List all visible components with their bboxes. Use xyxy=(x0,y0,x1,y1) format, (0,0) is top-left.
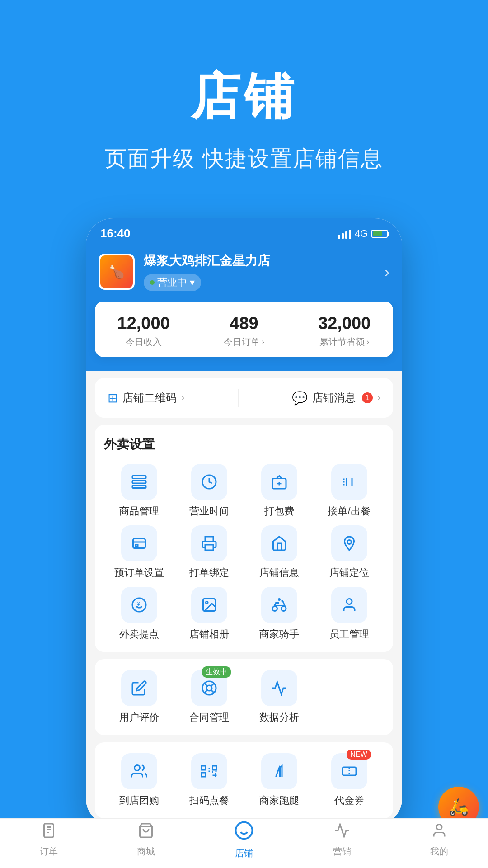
svg-rect-1 xyxy=(132,481,146,483)
svg-point-22 xyxy=(281,606,286,611)
grid-item-groupbuy[interactable]: 到店团购 xyxy=(104,753,174,807)
store-tab-icon xyxy=(234,821,254,826)
message-label: 店铺消息 xyxy=(312,391,356,405)
svg-rect-2 xyxy=(132,486,146,488)
svg-rect-12 xyxy=(133,539,145,548)
svg-point-21 xyxy=(272,606,277,611)
message-link[interactable]: 💬 店铺消息 1 › xyxy=(292,391,380,406)
grid-item-coupon[interactable]: NEW 代金券 xyxy=(314,753,384,807)
tab-store[interactable]: 店铺 xyxy=(234,821,254,826)
shop-tab-icon xyxy=(138,822,154,826)
stats-card: 12,000 今日收入 489 今日订单 › 32,000 xyxy=(95,302,393,357)
takeaway-grid: 商品管理 营业时间 xyxy=(104,464,384,641)
order-accept-icon xyxy=(331,464,367,500)
grid-item-review[interactable]: 用户评价 xyxy=(104,670,174,724)
svg-point-20 xyxy=(206,602,208,604)
grid-item-hours[interactable]: 营业时间 xyxy=(174,464,244,518)
grid-item-order[interactable]: 接单/出餐 xyxy=(314,464,384,518)
store-chevron-icon[interactable]: › xyxy=(385,264,389,280)
message-icon: 💬 xyxy=(292,391,308,406)
store-name: 爆浆大鸡排汇金星力店 xyxy=(144,252,375,269)
coupon-label: 代金券 xyxy=(334,794,364,807)
grid-item-album[interactable]: 店铺相册 xyxy=(174,587,244,641)
preorder-icon xyxy=(121,525,157,561)
grid-item-analytics[interactable]: 数据分析 xyxy=(244,670,314,724)
qrcode-arrow-icon: › xyxy=(181,392,184,404)
contract-label: 合同管理 xyxy=(189,711,229,724)
stat-income-label: 今日收入 xyxy=(117,336,170,348)
status-right: 4G xyxy=(338,228,388,240)
stat-savings-value: 32,000 xyxy=(318,314,371,333)
grid-item-contract[interactable]: 生效中 合同管理 xyxy=(174,670,244,724)
grid-item-location[interactable]: 店铺定位 xyxy=(314,525,384,580)
print-label: 打单绑定 xyxy=(189,566,229,580)
grid-item-storeinfo[interactable]: 店铺信息 xyxy=(244,525,314,580)
phone-content: 12,000 今日收入 489 今日订单 › 32,000 xyxy=(86,302,402,826)
svg-line-27 xyxy=(204,683,207,686)
grid-item-errand[interactable]: 商家跑腿 xyxy=(244,753,314,807)
marketing-tab-icon xyxy=(334,822,350,826)
staff-label: 员工管理 xyxy=(329,627,369,641)
quick-divider xyxy=(238,389,239,407)
scan-icon xyxy=(191,753,227,789)
grid-item-print[interactable]: 打单绑定 xyxy=(174,525,244,580)
svg-point-47 xyxy=(236,822,253,826)
tab-marketing[interactable]: 营销 xyxy=(333,822,351,826)
hours-label: 营业时间 xyxy=(189,505,229,518)
store-info: 爆浆大鸡排汇金星力店 营业中 ▾ xyxy=(144,252,375,291)
svg-rect-13 xyxy=(205,545,213,550)
order-accept-label: 接单/出餐 xyxy=(328,505,370,518)
svg-point-26 xyxy=(206,685,212,691)
stat-savings-label: 累计节省额 › xyxy=(318,336,371,348)
grid-item-tip[interactable]: ¥ 外卖提点 xyxy=(104,587,174,641)
errand-icon xyxy=(261,753,297,789)
review-label: 用户评价 xyxy=(119,711,159,724)
grid-item-preorder[interactable]: 预订单设置 xyxy=(104,525,174,580)
tip-label: 外卖提点 xyxy=(119,627,159,641)
orders-arrow-icon: › xyxy=(262,337,264,347)
contract-icon: 生效中 xyxy=(191,670,227,706)
battery-fill xyxy=(373,231,382,236)
grid-item-packing[interactable]: 打包费 xyxy=(244,464,314,518)
coupon-icon: NEW xyxy=(331,753,367,789)
rider-label: 商家骑手 xyxy=(259,627,299,641)
stat-income-value: 12,000 xyxy=(117,314,170,333)
network-label: 4G xyxy=(355,228,368,240)
hero-subtitle: 页面升级 快捷设置店铺信息 xyxy=(0,144,488,173)
album-label: 店铺相册 xyxy=(189,627,229,641)
store-status-badge[interactable]: 营业中 ▾ xyxy=(144,274,201,291)
svg-rect-0 xyxy=(132,476,146,479)
scan-label: 扫码点餐 xyxy=(189,794,229,807)
store-header: 🍗 爆浆大鸡排汇金星力店 营业中 ▾ › xyxy=(86,245,402,302)
product-label: 商品管理 xyxy=(119,505,159,518)
message-badge: 1 xyxy=(362,392,373,403)
stat-total-savings[interactable]: 32,000 累计节省额 › xyxy=(318,314,371,348)
grid-item-staff[interactable]: 员工管理 xyxy=(314,587,384,641)
hero-title: 店铺 xyxy=(0,63,488,131)
qrcode-icon: ⊞ xyxy=(108,391,118,406)
quick-links: ⊞ 店铺二维码 › 💬 店铺消息 1 › xyxy=(95,378,393,418)
staff-icon xyxy=(331,587,367,623)
stat-divider-2 xyxy=(291,317,291,344)
location-label: 店铺定位 xyxy=(329,566,369,580)
grid-item-product[interactable]: 商品管理 xyxy=(104,464,174,518)
stat-daily-orders[interactable]: 489 今日订单 › xyxy=(224,314,264,348)
hero-section: 店铺 页面升级 快捷设置店铺信息 xyxy=(0,0,488,200)
tip-icon: ¥ xyxy=(121,587,157,623)
promo-section: 到店团购 扫码点餐 xyxy=(95,742,393,818)
qrcode-label: 店铺二维码 xyxy=(122,391,177,405)
management-section: 用户评价 生效中 合同管理 xyxy=(95,659,393,735)
grid-item-scan[interactable]: 扫码点餐 xyxy=(174,753,244,807)
qrcode-link[interactable]: ⊞ 店铺二维码 › xyxy=(108,391,184,406)
savings-arrow-icon: › xyxy=(366,337,369,347)
takeaway-section-title: 外卖设置 xyxy=(104,436,384,453)
grid-item-rider[interactable]: 商家骑手 xyxy=(244,587,314,641)
preorder-label: 预订单设置 xyxy=(114,566,164,580)
tab-shop[interactable]: 商城 xyxy=(137,822,155,826)
svg-point-24 xyxy=(347,599,352,604)
store-status-label: 营业中 xyxy=(157,276,187,289)
store-logo: 🍗 xyxy=(99,254,135,290)
status-bar: 16:40 4G xyxy=(86,218,402,245)
phone-mockup: 16:40 4G 🍗 爆浆大鸡排汇金星力店 xyxy=(0,218,488,826)
review-icon xyxy=(121,670,157,706)
